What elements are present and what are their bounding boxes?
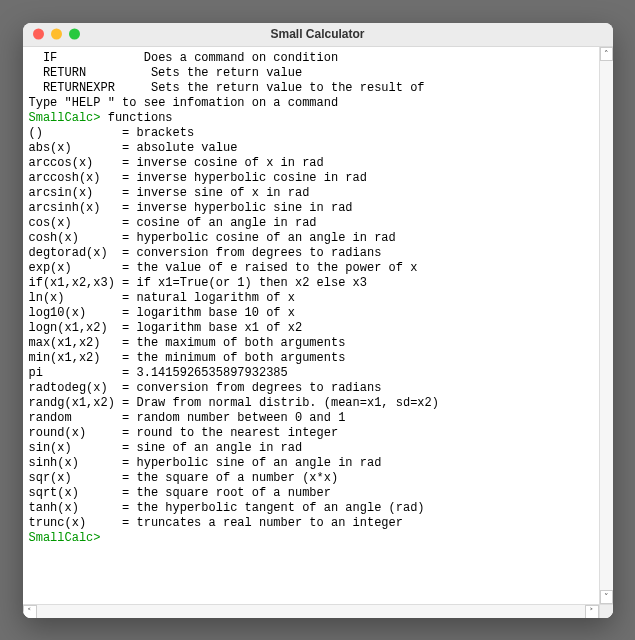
close-icon[interactable]: [33, 29, 44, 40]
titlebar[interactable]: Small Calculator: [23, 23, 613, 47]
scroll-right-button[interactable]: ˃: [585, 605, 599, 618]
terminal-line: arccosh(x)= inverse hyperbolic cosine in…: [29, 171, 593, 186]
traffic-lights: [33, 29, 80, 40]
terminal-line: ln(x)= natural logarithm of x: [29, 291, 593, 306]
scroll-left-button[interactable]: ˂: [23, 605, 37, 618]
terminal-line: cosh(x)= hyperbolic cosine of an angle i…: [29, 231, 593, 246]
terminal-line: sinh(x)= hyperbolic sine of an angle in …: [29, 456, 593, 471]
scroll-corner: [599, 605, 613, 618]
terminal-line: degtorad(x)= conversion from degrees to …: [29, 246, 593, 261]
terminal-line: trunc(x)= truncates a real number to an …: [29, 516, 593, 531]
terminal-line: pi= 3.1415926535897932385: [29, 366, 593, 381]
terminal-line: log10(x)= logarithm base 10 of x: [29, 306, 593, 321]
prompt: SmallCalc>: [29, 111, 101, 125]
terminal-line: arcsin(x)= inverse sine of x in rad: [29, 186, 593, 201]
app-window: Small Calculator IF Does a command on co…: [23, 23, 613, 618]
terminal-line: SmallCalc>: [29, 531, 593, 546]
horizontal-scrollbar[interactable]: ˂ ˃: [23, 604, 613, 618]
scroll-down-button[interactable]: ˅: [600, 590, 613, 604]
zoom-icon[interactable]: [69, 29, 80, 40]
terminal-line: random= random number between 0 and 1: [29, 411, 593, 426]
terminal-line: SmallCalc> functions: [29, 111, 593, 126]
vertical-scrollbar[interactable]: ˄ ˅: [599, 47, 613, 604]
terminal-line: radtodeg(x)= conversion from degrees to …: [29, 381, 593, 396]
terminal-line: RETURN Sets the return value: [29, 66, 593, 81]
terminal-line: sqr(x)= the square of a number (x*x): [29, 471, 593, 486]
terminal-line: round(x)= round to the nearest integer: [29, 426, 593, 441]
terminal-line: min(x1,x2)= the minimum of both argument…: [29, 351, 593, 366]
terminal-line: arccos(x)= inverse cosine of x in rad: [29, 156, 593, 171]
terminal-line: sqrt(x)= the square root of a number: [29, 486, 593, 501]
minimize-icon[interactable]: [51, 29, 62, 40]
terminal-line: RETURNEXPR Sets the return value to the …: [29, 81, 593, 96]
terminal-line: abs(x)= absolute value: [29, 141, 593, 156]
terminal-line: tanh(x)= the hyperbolic tangent of an an…: [29, 501, 593, 516]
terminal-line: Type "HELP " to see infomation on a comm…: [29, 96, 593, 111]
scroll-up-button[interactable]: ˄: [600, 47, 613, 61]
terminal-line: randg(x1,x2)= Draw from normal distrib. …: [29, 396, 593, 411]
prompt[interactable]: SmallCalc>: [29, 531, 101, 545]
terminal-line: ()= brackets: [29, 126, 593, 141]
terminal-output[interactable]: IF Does a command on condition RETURN Se…: [23, 47, 599, 604]
terminal-line: IF Does a command on condition: [29, 51, 593, 66]
window-title: Small Calculator: [23, 27, 613, 41]
terminal-line: max(x1,x2)= the maximum of both argument…: [29, 336, 593, 351]
hscroll-track[interactable]: [37, 605, 585, 618]
content-area: IF Does a command on condition RETURN Se…: [23, 47, 613, 604]
terminal-line: exp(x)= the value of e raised to the pow…: [29, 261, 593, 276]
terminal-line: sin(x)= sine of an angle in rad: [29, 441, 593, 456]
terminal-line: logn(x1,x2)= logarithm base x1 of x2: [29, 321, 593, 336]
terminal-line: arcsinh(x)= inverse hyperbolic sine in r…: [29, 201, 593, 216]
terminal-line: if(x1,x2,x3)= if x1=True(or 1) then x2 e…: [29, 276, 593, 291]
terminal-line: cos(x)= cosine of an angle in rad: [29, 216, 593, 231]
